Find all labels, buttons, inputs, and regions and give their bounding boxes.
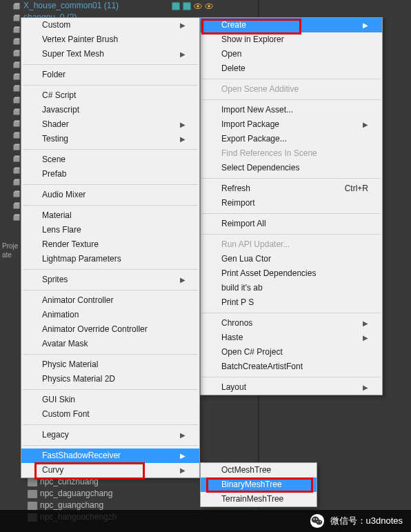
create-menu-item-animator-controller[interactable]: Animator Controller (21, 293, 199, 308)
cube-icon (171, 1, 181, 11)
gameobject-icon (12, 61, 21, 69)
create-menu-item-render-texture[interactable]: Render Texture (21, 237, 199, 252)
create-menu-item-physics-material-2d[interactable]: Physics Material 2D (21, 372, 199, 386)
menu-item-label: Prefab (42, 167, 66, 181)
create-menu-item-lens-flare[interactable]: Lens Flare (21, 223, 199, 237)
cube-icon (182, 1, 192, 11)
assets-menu-item-batchcreateartistfont[interactable]: BatchCreateArtistFont (201, 359, 382, 374)
create-menu-item-sprites[interactable]: Sprites▶ (21, 273, 199, 287)
assets-menu-item-reimport[interactable]: Reimport (201, 196, 382, 210)
submenu-arrow-icon: ▶ (180, 47, 186, 61)
create-menu-item-fastshadowreceiver[interactable]: FastShadowReceiver▶ (21, 449, 199, 463)
assets-menu-item-reimport-all[interactable]: Reimport All (201, 217, 382, 231)
assets-menu-item-show-in-explorer[interactable]: Show in Explorer (201, 32, 382, 47)
menu-item-label: Curvy (42, 463, 63, 477)
assets-menu-item-build-it-s-ab[interactable]: build it's ab (201, 281, 382, 295)
menu-item-label: Open (221, 47, 241, 61)
assets-menu-item-print-asset-dependencies[interactable]: Print Asset Dependencies (201, 266, 382, 281)
assets-menu-item-open[interactable]: Open (201, 47, 382, 61)
create-menu-item-gui-skin[interactable]: GUI Skin (21, 393, 199, 407)
create-menu-item-super-text-mesh[interactable]: Super Text Mesh▶ (21, 47, 199, 61)
menu-item-label: Delete (221, 61, 245, 76)
create-menu-item-physic-material[interactable]: Physic Material (21, 357, 199, 372)
menu-item-label: Material (42, 208, 72, 223)
gameobject-icon (12, 37, 21, 46)
menu-item-label: Custom (42, 18, 70, 32)
menu-item-label: Haste (221, 331, 243, 345)
menu-item-label: Super Text Mesh (42, 47, 104, 61)
svg-marker-5 (14, 26, 20, 28)
assets-menu-item-export-package-[interactable]: Export Package... (201, 132, 382, 146)
svg-marker-29 (14, 167, 20, 168)
menu-item-label: TerrainMeshTree (221, 492, 283, 506)
create-menu-item-avatar-mask[interactable]: Avatar Mask (21, 337, 199, 351)
create-menu-item-lightmap-parameters[interactable]: Lightmap Parameters (21, 252, 199, 266)
assets-menu-item-layout[interactable]: Layout▶ (201, 380, 382, 395)
svg-rect-6 (14, 39, 20, 44)
assets-menu-item-run-api-updater-: Run API Updater... (201, 237, 382, 252)
wechat-icon (310, 513, 325, 529)
svg-rect-10 (14, 63, 20, 68)
create-menu-item-audio-mixer[interactable]: Audio Mixer (21, 188, 199, 202)
menu-item-label: Sprites (42, 273, 68, 287)
create-menu-item-c-script[interactable]: C# Script (21, 88, 199, 103)
svg-marker-23 (14, 132, 20, 133)
assets-menu-item-import-new-asset-[interactable]: Import New Asset... (201, 103, 382, 117)
menu-separator (23, 354, 198, 355)
create-menu-item-legacy[interactable]: Legacy▶ (21, 428, 199, 442)
create-menu-item-javascript[interactable]: Javascript (21, 103, 199, 117)
svg-marker-25 (14, 144, 20, 145)
create-menu-item-prefab[interactable]: Prefab (21, 167, 199, 181)
assets-menu-item-refresh[interactable]: RefreshCtrl+R (201, 181, 382, 196)
menu-item-label: Refresh (221, 181, 250, 196)
create-menu-item-custom-font[interactable]: Custom Font (21, 407, 199, 422)
create-menu-item-animator-override-controller[interactable]: Animator Override Controller (21, 322, 199, 337)
svg-rect-12 (14, 75, 20, 79)
submenu-arrow-icon: ▶ (180, 132, 186, 146)
assets-menu-item-delete[interactable]: Delete (201, 61, 382, 76)
assets-menu-item-open-c-project[interactable]: Open C# Project (201, 345, 382, 359)
create-menu-item-animation[interactable]: Animation (21, 308, 199, 322)
menu-item-label: Animation (42, 308, 79, 322)
assets-menu-item-create[interactable]: Create▶ (201, 18, 382, 32)
menu-separator (23, 290, 198, 290)
fsr-menu-item-octmeshtree[interactable]: OctMeshTree (201, 463, 317, 477)
create-menu-item-material[interactable]: Material (21, 208, 199, 223)
submenu-arrow-icon: ▶ (363, 117, 368, 132)
svg-marker-35 (14, 202, 20, 204)
menu-item-label: Print P S (221, 295, 254, 310)
assets-menu-item-haste[interactable]: Haste▶ (201, 331, 382, 345)
svg-marker-27 (14, 155, 20, 157)
svg-point-50 (319, 521, 320, 522)
menu-item-label: Lightmap Parameters (42, 252, 121, 266)
assets-menu-item-print-p-s[interactable]: Print P S (201, 295, 382, 310)
assets-menu-item-select-dependencies[interactable]: Select Dependencies (201, 161, 382, 175)
svg-point-43 (208, 5, 210, 8)
fsr-menu-item-terrainmeshtree[interactable]: TerrainMeshTree (201, 492, 317, 506)
svg-rect-24 (14, 145, 20, 150)
create-menu-item-scene[interactable]: Scene (21, 152, 199, 167)
create-menu-item-testing[interactable]: Testing▶ (21, 132, 199, 146)
assets-menu-item-import-package[interactable]: Import Package▶ (201, 117, 382, 132)
create-menu-item-shader[interactable]: Shader▶ (21, 117, 199, 132)
menu-separator (202, 313, 381, 313)
project-panel-tab: Proje ate (0, 242, 20, 259)
project-folder-item[interactable]: npc_daguangchang (28, 488, 117, 500)
fsr-menu-item-binarymeshtree[interactable]: BinaryMeshTree (201, 477, 317, 492)
hierarchy-item[interactable]: X_house_common01 (11) (0, 0, 262, 12)
submenu-arrow-icon: ▶ (180, 117, 186, 132)
svg-rect-2 (14, 16, 20, 21)
gameobject-icon (12, 26, 21, 34)
menu-item-label: OctMeshTree (221, 463, 271, 477)
menu-item-label: Testing (42, 132, 68, 146)
svg-point-46 (316, 520, 322, 524)
assets-menu-item-chronos[interactable]: Chronos▶ (201, 316, 382, 331)
create-menu-item-folder[interactable]: Folder (21, 68, 199, 82)
menu-item-label: Reimport (221, 196, 255, 210)
create-menu-item-vertex-painter-brush[interactable]: Vertex Painter Brush (21, 32, 199, 47)
svg-rect-0 (14, 4, 20, 9)
gameobject-icon (12, 155, 21, 163)
assets-menu-item-gen-lua-ctor[interactable]: Gen Lua Ctor (201, 252, 382, 266)
create-menu-item-custom[interactable]: Custom▶ (21, 18, 199, 32)
create-menu-item-curvy[interactable]: Curvy▶ (21, 463, 199, 477)
